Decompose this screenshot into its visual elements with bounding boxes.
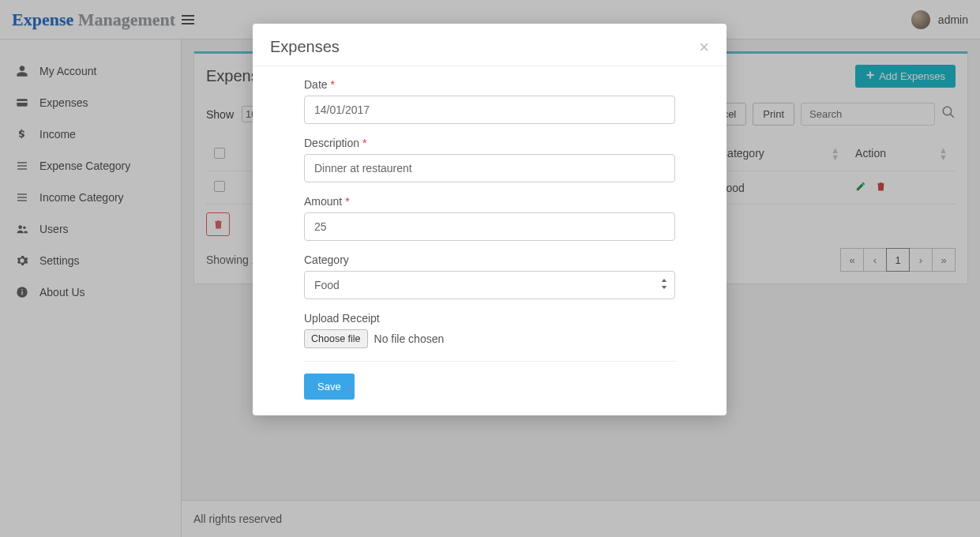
file-status: No file chosen bbox=[374, 332, 445, 345]
modal-title: Expenses bbox=[270, 38, 340, 56]
divider bbox=[304, 361, 675, 362]
date-label: Date * bbox=[304, 78, 675, 91]
save-button[interactable]: Save bbox=[304, 374, 355, 400]
choose-file-button[interactable]: Choose file bbox=[304, 329, 368, 348]
upload-label: Upload Receipt bbox=[304, 312, 675, 325]
date-field[interactable] bbox=[304, 96, 675, 124]
save-label: Save bbox=[317, 381, 341, 392]
category-select[interactable] bbox=[304, 271, 675, 299]
description-label: Description * bbox=[304, 137, 675, 149]
close-icon[interactable]: × bbox=[699, 41, 709, 54]
amount-field[interactable] bbox=[304, 212, 675, 241]
amount-label: Amount * bbox=[304, 195, 675, 208]
category-label: Category bbox=[304, 253, 675, 266]
description-field[interactable] bbox=[304, 154, 675, 182]
expenses-modal: Expenses × Date * Description * Amount *… bbox=[253, 24, 727, 415]
